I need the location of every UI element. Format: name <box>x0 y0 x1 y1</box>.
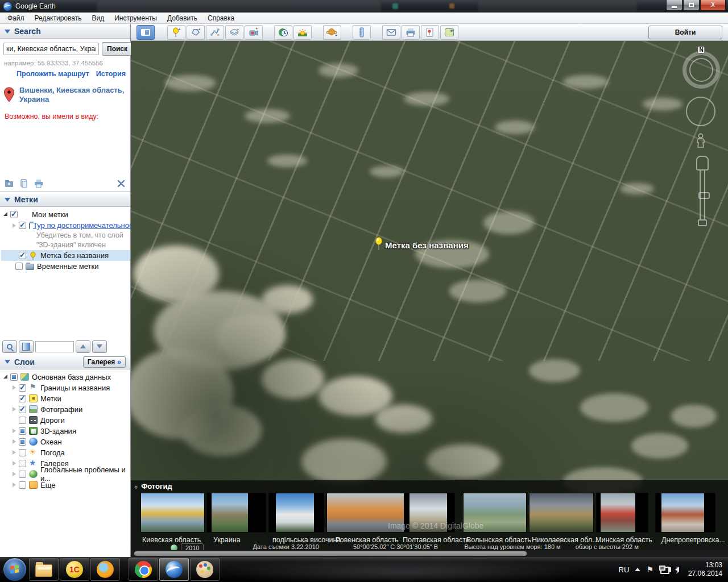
language-indicator[interactable]: RU <box>619 566 630 574</box>
ruler-button[interactable] <box>353 25 371 40</box>
checkbox-3d-buildings[interactable] <box>19 427 26 435</box>
checkbox-placemark[interactable] <box>19 252 26 259</box>
taskbar-paint-button[interactable] <box>190 558 220 581</box>
view-in-maps-button[interactable] <box>440 25 458 40</box>
checkbox-ocean[interactable] <box>19 438 26 446</box>
zoom-track[interactable] <box>700 171 705 219</box>
prev-result-button[interactable] <box>76 340 90 353</box>
layer-global-awareness[interactable]: Глобальные проблемы и и... <box>1 469 130 480</box>
expander-closed-icon[interactable] <box>13 483 16 487</box>
expander-closed-icon[interactable] <box>13 439 16 444</box>
historical-imagery-button[interactable] <box>274 25 292 40</box>
volume-icon[interactable] <box>675 567 679 572</box>
pegman-icon[interactable] <box>695 133 706 150</box>
layer-placemarks[interactable]: Метки <box>1 393 130 404</box>
checkbox-photos[interactable] <box>19 406 26 413</box>
action-center-flag-icon[interactable]: ⚑ <box>646 565 653 574</box>
layer-ocean[interactable]: Океан <box>1 436 130 447</box>
search-panel-header[interactable]: Search <box>0 24 130 39</box>
record-tour-button[interactable]: + <box>245 25 263 40</box>
photo-thumbnail[interactable] <box>268 493 324 533</box>
add-image-overlay-button[interactable]: + <box>225 25 243 40</box>
expander-open-icon[interactable] <box>3 375 7 379</box>
add-path-button[interactable]: + <box>206 25 224 40</box>
search-result-item[interactable]: Вишенки, Киевская область, Украина <box>3 86 127 105</box>
tree-item-my-places[interactable]: Мои метки <box>1 209 130 220</box>
tour-link[interactable]: Тур по достопримечательнос <box>33 221 133 230</box>
expander-closed-icon[interactable] <box>13 223 16 228</box>
north-indicator[interactable]: N <box>697 46 705 53</box>
taskbar-chrome-button[interactable] <box>129 558 158 581</box>
start-button[interactable] <box>3 558 26 581</box>
menu-file[interactable]: Файл <box>2 13 30 23</box>
search-input[interactable] <box>3 43 99 55</box>
places-panel-header[interactable]: Метки <box>0 192 130 207</box>
layer-primary-database[interactable]: Основная база данных <box>1 372 130 383</box>
tree-item-temp-places[interactable]: Временные метки <box>1 261 130 272</box>
planet-selector-button[interactable] <box>323 25 341 40</box>
toggle-sidebar-button[interactable] <box>136 25 155 40</box>
photo-strip-scrollbar[interactable] <box>131 550 728 557</box>
checkbox-weather[interactable] <box>19 449 26 456</box>
expander-closed-icon[interactable] <box>13 407 16 411</box>
taskbar-explorer-button[interactable] <box>29 558 59 581</box>
zoom-out-button[interactable] <box>698 219 707 226</box>
layers-panel-header[interactable]: Слои Галерея » <box>0 355 130 369</box>
next-result-button[interactable] <box>92 340 107 353</box>
layer-roads[interactable]: Дороги <box>1 415 130 426</box>
menu-help[interactable]: Справка <box>202 13 239 23</box>
photo-thumbnail[interactable] <box>596 493 648 533</box>
photo-thumbnail[interactable] <box>140 493 205 533</box>
checkbox-placemarks[interactable] <box>19 395 26 402</box>
checkbox-my-places[interactable] <box>10 211 18 218</box>
move-joystick[interactable] <box>686 97 715 126</box>
sunlight-button[interactable] <box>293 25 312 40</box>
map-placemark[interactable]: Метка без названия <box>374 237 469 251</box>
checkbox-global-awareness[interactable] <box>19 471 26 478</box>
menu-view[interactable]: Вид <box>86 13 109 23</box>
copy-icon[interactable] <box>19 179 28 188</box>
layer-3d-buildings[interactable]: 3D-здания <box>1 426 130 436</box>
tree-item-placemark[interactable]: Метка без названия <box>1 250 130 261</box>
sign-in-button[interactable]: Войти <box>648 26 722 39</box>
email-button[interactable] <box>382 25 400 40</box>
layer-search-button[interactable] <box>2 340 17 353</box>
menu-tools[interactable]: Инструменты <box>109 13 162 23</box>
checkbox-primary-database[interactable] <box>10 373 18 381</box>
taskbar-1c-button[interactable]: 1С <box>60 558 89 581</box>
layer-opacity-button[interactable] <box>19 340 34 353</box>
checkbox-temp-places[interactable] <box>15 263 23 270</box>
photo-thumbnail[interactable] <box>529 493 594 533</box>
gallery-button[interactable]: Галерея » <box>83 356 126 368</box>
get-directions-link[interactable]: Проложить маршрут <box>16 70 89 78</box>
zoom-in-button[interactable] <box>696 156 709 171</box>
expander-closed-icon[interactable] <box>13 472 16 476</box>
expander-open-icon[interactable] <box>3 212 7 216</box>
layer-photos[interactable]: Фотографии <box>1 404 130 415</box>
photo-thumbnail[interactable] <box>206 493 266 533</box>
show-hidden-icons-button[interactable] <box>635 568 640 571</box>
print-map-button[interactable] <box>402 25 420 40</box>
layer-borders[interactable]: Границы и названия <box>1 383 130 393</box>
checkbox-borders[interactable] <box>19 384 26 392</box>
maximize-button[interactable] <box>683 0 700 11</box>
menu-edit[interactable]: Редактировать <box>30 13 87 23</box>
minimize-button[interactable] <box>666 0 682 11</box>
layer-weather[interactable]: Погода <box>1 447 130 458</box>
layer-filter-input[interactable] <box>35 341 74 352</box>
zoom-slider[interactable] <box>696 156 709 234</box>
network-icon[interactable] <box>659 566 669 573</box>
checkbox-tour[interactable] <box>19 222 26 229</box>
expander-closed-icon[interactable] <box>13 429 16 433</box>
compass-ring[interactable]: N <box>682 51 720 89</box>
checkbox-more[interactable] <box>19 481 26 489</box>
taskbar-firefox-button[interactable] <box>90 558 120 581</box>
collapse-chevrons-icon[interactable]: » <box>133 485 140 487</box>
taskbar-google-earth-button[interactable] <box>159 558 189 581</box>
print-icon[interactable] <box>34 179 43 188</box>
expander-closed-icon[interactable] <box>13 450 16 455</box>
save-image-button[interactable] <box>421 25 439 40</box>
search-button[interactable]: Поиск <box>102 42 133 56</box>
checkbox-gallery[interactable] <box>19 460 26 467</box>
add-placemark-button[interactable]: + <box>167 25 185 40</box>
